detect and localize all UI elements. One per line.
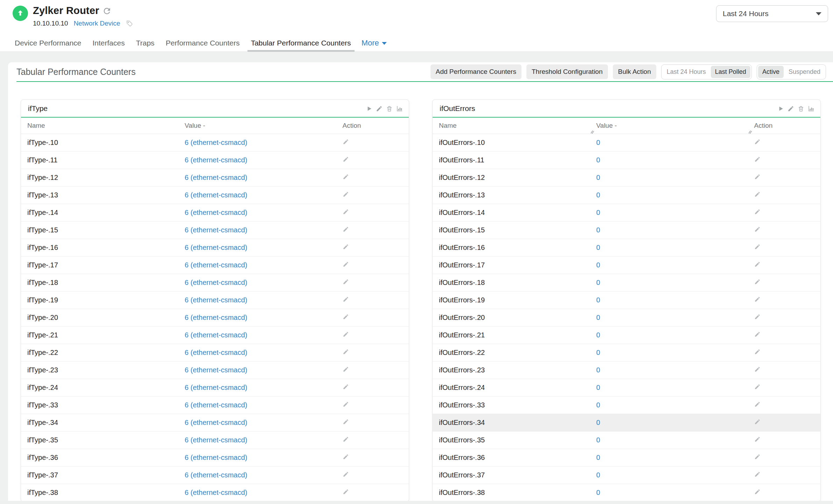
edit-value-icon[interactable] — [754, 174, 761, 180]
counter-value-link[interactable]: 6 (ethernet-csmacd) — [185, 436, 247, 444]
refresh-icon[interactable] — [102, 6, 112, 16]
counter-value-link[interactable]: 0 — [596, 436, 600, 444]
toggle-last-24-hours[interactable]: Last 24 Hours — [663, 66, 710, 78]
counter-value-link[interactable]: 0 — [596, 366, 600, 374]
edit-value-icon[interactable] — [754, 209, 761, 215]
edit-value-icon[interactable] — [343, 436, 349, 442]
counter-value-link[interactable]: 0 — [596, 419, 600, 426]
counter-value-link[interactable]: 6 (ethernet-csmacd) — [185, 349, 247, 356]
counter-value-link[interactable]: 6 (ethernet-csmacd) — [185, 279, 247, 286]
edit-value-icon[interactable] — [343, 471, 349, 477]
counter-value-link[interactable]: 6 (ethernet-csmacd) — [185, 314, 247, 321]
edit-value-icon[interactable] — [754, 471, 761, 477]
edit-value-icon[interactable] — [343, 314, 349, 320]
counter-value-link[interactable]: 0 — [596, 349, 600, 356]
edit-value-icon[interactable] — [343, 331, 349, 337]
edit-value-icon[interactable] — [754, 226, 761, 232]
edit-value-icon[interactable] — [754, 331, 761, 337]
tab-traps[interactable]: Traps — [134, 34, 156, 51]
tab-interfaces[interactable]: Interfaces — [91, 34, 126, 51]
more-menu[interactable]: More — [362, 34, 387, 51]
delete-icon[interactable] — [386, 105, 393, 112]
counter-value-link[interactable]: 6 (ethernet-csmacd) — [185, 191, 247, 199]
edit-icon[interactable] — [376, 105, 383, 112]
edit-value-icon[interactable] — [343, 156, 349, 162]
counter-value-link[interactable]: 0 — [596, 139, 600, 146]
edit-value-icon[interactable] — [754, 279, 761, 285]
counter-value-link[interactable]: 0 — [596, 244, 600, 251]
edit-value-icon[interactable] — [343, 209, 349, 215]
counter-value-link[interactable]: 6 (ethernet-csmacd) — [185, 331, 247, 339]
edit-value-icon[interactable] — [754, 296, 761, 302]
edit-value-icon[interactable] — [754, 436, 761, 442]
report-icon[interactable] — [808, 105, 815, 112]
edit-value-icon[interactable] — [754, 401, 761, 407]
counter-value-link[interactable]: 6 (ethernet-csmacd) — [185, 489, 247, 496]
edit-value-icon[interactable] — [754, 419, 761, 425]
counter-value-link[interactable]: 6 (ethernet-csmacd) — [185, 454, 247, 461]
edit-value-icon[interactable] — [754, 349, 761, 355]
run-icon[interactable] — [777, 105, 784, 112]
counter-value-link[interactable]: 0 — [596, 174, 600, 181]
counter-value-link[interactable]: 0 — [596, 454, 600, 461]
counter-value-link[interactable]: 6 (ethernet-csmacd) — [185, 384, 247, 391]
edit-value-icon[interactable] — [343, 401, 349, 407]
counter-value-link[interactable]: 0 — [596, 489, 600, 496]
edit-value-icon[interactable] — [343, 454, 349, 460]
edit-value-icon[interactable] — [754, 156, 761, 162]
edit-value-icon[interactable] — [754, 314, 761, 320]
edit-value-icon[interactable] — [754, 244, 761, 250]
counter-value-link[interactable]: 6 (ethernet-csmacd) — [185, 156, 247, 164]
counter-value-link[interactable]: 0 — [596, 191, 600, 199]
counter-value-link[interactable]: 6 (ethernet-csmacd) — [185, 139, 247, 146]
edit-value-icon[interactable] — [343, 384, 349, 390]
tab-device-performance[interactable]: Device Performance — [13, 34, 83, 51]
add-performance-counters-button[interactable]: Add Performance Counters — [430, 64, 522, 79]
edit-value-icon[interactable] — [343, 174, 349, 180]
counter-value-link[interactable]: 0 — [596, 156, 600, 164]
toggle-suspended[interactable]: Suspended — [784, 66, 825, 78]
column-resize-gripper[interactable] — [590, 128, 595, 136]
toggle-last-polled[interactable]: Last Polled — [711, 66, 750, 78]
edit-icon[interactable] — [788, 105, 794, 112]
tag-icon[interactable] — [126, 20, 133, 27]
edit-value-icon[interactable] — [754, 191, 761, 197]
bulk-action-button[interactable]: Bulk Action — [613, 64, 656, 79]
counter-value-link[interactable]: 0 — [596, 314, 600, 321]
counter-value-link[interactable]: 6 (ethernet-csmacd) — [185, 261, 247, 269]
counter-value-link[interactable]: 6 (ethernet-csmacd) — [185, 209, 247, 216]
edit-value-icon[interactable] — [343, 296, 349, 302]
run-icon[interactable] — [366, 105, 372, 112]
counter-value-link[interactable]: 6 (ethernet-csmacd) — [185, 296, 247, 304]
toggle-active[interactable]: Active — [758, 66, 784, 78]
counter-value-link[interactable]: 6 (ethernet-csmacd) — [185, 471, 247, 479]
edit-value-icon[interactable] — [754, 139, 761, 145]
edit-value-icon[interactable] — [343, 191, 349, 197]
counter-value-link[interactable]: 0 — [596, 331, 600, 339]
counter-value-link[interactable]: 0 — [596, 226, 600, 234]
column-resize-gripper[interactable] — [748, 128, 752, 136]
edit-value-icon[interactable] — [754, 384, 761, 390]
counter-value-link[interactable]: 0 — [596, 401, 600, 409]
device-type-link[interactable]: Network Device — [74, 20, 120, 27]
time-range-select[interactable]: Last 24 Hours — [716, 5, 828, 22]
edit-value-icon[interactable] — [343, 139, 349, 145]
counter-value-link[interactable]: 6 (ethernet-csmacd) — [185, 401, 247, 409]
edit-value-icon[interactable] — [754, 489, 761, 495]
edit-value-icon[interactable] — [343, 349, 349, 355]
tab-tabular-performance-counters[interactable]: Tabular Performance Counters — [250, 34, 352, 51]
report-icon[interactable] — [396, 105, 403, 112]
counter-value-link[interactable]: 0 — [596, 261, 600, 269]
edit-value-icon[interactable] — [343, 226, 349, 232]
edit-value-icon[interactable] — [343, 419, 349, 425]
counter-value-link[interactable]: 0 — [596, 279, 600, 286]
counter-value-link[interactable]: 0 — [596, 209, 600, 216]
edit-value-icon[interactable] — [343, 279, 349, 285]
counter-value-link[interactable]: 0 — [596, 471, 600, 479]
delete-icon[interactable] — [798, 105, 804, 112]
counter-value-link[interactable]: 6 (ethernet-csmacd) — [185, 244, 247, 251]
counter-value-link[interactable]: 6 (ethernet-csmacd) — [185, 419, 247, 426]
edit-value-icon[interactable] — [754, 454, 761, 460]
tab-performance-counters[interactable]: Performance Counters — [164, 34, 241, 51]
edit-value-icon[interactable] — [343, 366, 349, 372]
